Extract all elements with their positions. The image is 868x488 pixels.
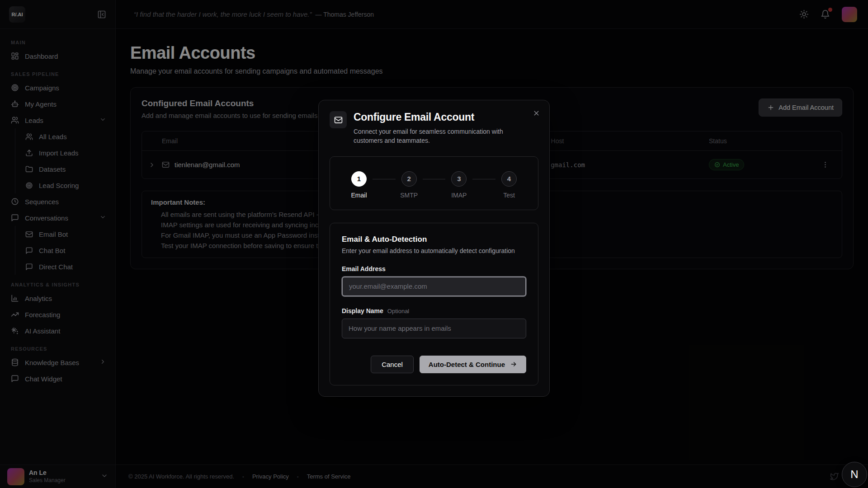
app-root: R/.AI MAIN Dashboard SALES PIPELINE Camp…: [0, 0, 868, 488]
form-title: Email & Auto-Detection: [342, 235, 526, 244]
modal-subtitle: Connect your email for seamless communic…: [354, 127, 521, 145]
form-description: Enter your email address to automaticall…: [342, 247, 526, 254]
close-icon: [533, 109, 540, 117]
mail-icon: [334, 116, 343, 124]
configure-email-modal: Configure Email Account Connect your ema…: [318, 100, 550, 397]
step-smtp: 2 SMTP: [396, 171, 423, 199]
email-address-label: Email Address: [342, 265, 526, 272]
display-name-label: Display Name: [342, 307, 383, 314]
wizard-stepper: 1 Email 2 SMTP 3 IMAP 4 Test: [330, 156, 538, 210]
arrow-right-icon: [510, 361, 517, 368]
modal-close-button[interactable]: [533, 109, 540, 117]
step-test: 4 Test: [495, 171, 523, 199]
optional-tag: Optional: [387, 308, 409, 314]
email-address-field[interactable]: [342, 277, 526, 296]
email-detection-form: Email & Auto-Detection Enter your email …: [330, 223, 538, 385]
cancel-button[interactable]: Cancel: [371, 356, 414, 373]
modal-title: Configure Email Account: [354, 111, 521, 123]
display-name-field[interactable]: [342, 319, 526, 338]
mail-icon-box: [330, 111, 347, 128]
auto-detect-continue-button[interactable]: Auto-Detect & Continue: [420, 356, 526, 373]
nextjs-dev-badge[interactable]: N: [842, 462, 867, 487]
step-email: 1 Email: [345, 171, 373, 199]
step-imap: 3 IMAP: [445, 171, 472, 199]
